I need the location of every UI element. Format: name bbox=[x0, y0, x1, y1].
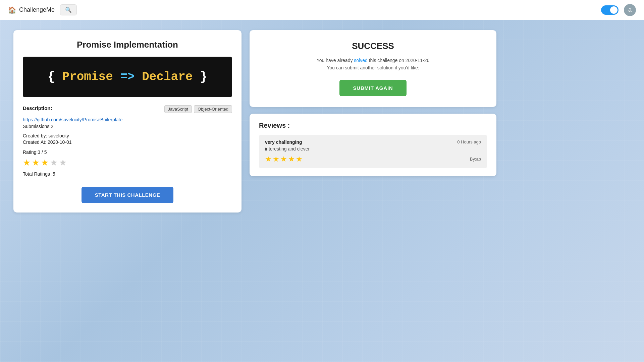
star-5: ★ bbox=[59, 158, 67, 168]
reviews-title: Reviews : bbox=[259, 122, 487, 129]
declare-text: Declare bbox=[142, 70, 193, 84]
submit-again-button[interactable]: SUBMIT AGAIN bbox=[339, 80, 406, 96]
star-3: ★ bbox=[41, 158, 49, 168]
code-banner: { Promise => Declare } bbox=[23, 57, 232, 97]
avatar[interactable]: a bbox=[624, 4, 636, 16]
arrow-text: => bbox=[120, 70, 142, 84]
close-brace: } bbox=[193, 70, 207, 84]
header: 🏠 ChallengeMe 🔍 a bbox=[0, 0, 644, 20]
success-card: SUCCESS You have already solved this cha… bbox=[250, 30, 496, 107]
toggle-knob bbox=[610, 6, 618, 14]
logo-text: ChallengeMe bbox=[19, 6, 55, 13]
success-highlight: solved bbox=[354, 58, 367, 63]
main-content: Promise Implementation { Promise => Decl… bbox=[13, 30, 496, 213]
search-button[interactable]: 🔍 bbox=[60, 4, 77, 15]
theme-toggle[interactable] bbox=[601, 5, 619, 15]
header-left: 🏠 ChallengeMe 🔍 bbox=[8, 4, 77, 15]
rating-text: Rating:3 / 5 bbox=[23, 149, 232, 155]
total-ratings: Total Ratings :5 bbox=[23, 171, 232, 177]
search-icon: 🔍 bbox=[65, 7, 72, 13]
review-time: 0 Hours ago bbox=[457, 139, 481, 144]
created-by: Created by: suvelocity bbox=[23, 133, 232, 138]
success-message: You have already solved this challenge o… bbox=[259, 57, 487, 72]
review-star-2: ★ bbox=[273, 155, 279, 164]
logo[interactable]: 🏠 ChallengeMe bbox=[8, 6, 55, 14]
challenge-title: Promise Implementation bbox=[23, 40, 232, 50]
success-title: SUCCESS bbox=[259, 41, 487, 51]
right-panel: SUCCESS You have already solved this cha… bbox=[250, 30, 496, 213]
open-brace: { bbox=[48, 70, 62, 84]
review-star-3: ★ bbox=[280, 155, 287, 164]
review-star-1: ★ bbox=[265, 155, 272, 164]
review-stars: ★ ★ ★ ★ ★ bbox=[265, 155, 303, 164]
background-area: Promise Implementation { Promise => Decl… bbox=[0, 20, 644, 362]
review-star-4: ★ bbox=[288, 155, 295, 164]
description-label: Description: bbox=[23, 105, 52, 111]
home-icon: 🏠 bbox=[8, 6, 16, 14]
review-item: very challenging 0 Hours ago interesting… bbox=[259, 135, 487, 168]
star-1: ★ bbox=[23, 158, 31, 168]
tag-javascript: JavaScript bbox=[164, 105, 192, 113]
promise-text: Promise bbox=[62, 70, 120, 84]
success-line1-pre: You have already bbox=[317, 58, 354, 63]
challenge-card: Promise Implementation { Promise => Decl… bbox=[13, 30, 241, 213]
tags-container: JavaScript Object-Oriented bbox=[164, 105, 232, 113]
review-footer: ★ ★ ★ ★ ★ By:ab bbox=[265, 155, 481, 164]
description-row: Description: JavaScript Object-Oriented bbox=[23, 105, 232, 113]
header-right: a bbox=[601, 4, 636, 16]
review-title: very challenging bbox=[265, 139, 302, 145]
reviews-card: Reviews : very challenging 0 Hours ago i… bbox=[250, 114, 496, 176]
github-link[interactable]: https://github.com/suvelocity/PromiseBoi… bbox=[23, 117, 232, 122]
review-star-5: ★ bbox=[296, 155, 303, 164]
rating-stars: ★ ★ ★ ★ ★ bbox=[23, 158, 232, 168]
success-line1-post: this challenge on 2020-11-26 bbox=[368, 58, 429, 63]
review-header: very challenging 0 Hours ago bbox=[265, 139, 481, 145]
start-challenge-button[interactable]: START THIS CHALLENGE bbox=[82, 187, 174, 203]
star-4: ★ bbox=[50, 158, 58, 168]
code-display: { Promise => Declare } bbox=[48, 70, 207, 84]
submissions: Submissions:2 bbox=[23, 124, 232, 129]
created-at: Created At: 2020-10-01 bbox=[23, 139, 232, 145]
success-line2: You can submit another solution if you'd… bbox=[327, 65, 419, 70]
star-2: ★ bbox=[32, 158, 40, 168]
tag-object-oriented: Object-Oriented bbox=[194, 105, 232, 113]
review-body: interesting and clever bbox=[265, 146, 481, 152]
review-author: By:ab bbox=[470, 157, 481, 162]
